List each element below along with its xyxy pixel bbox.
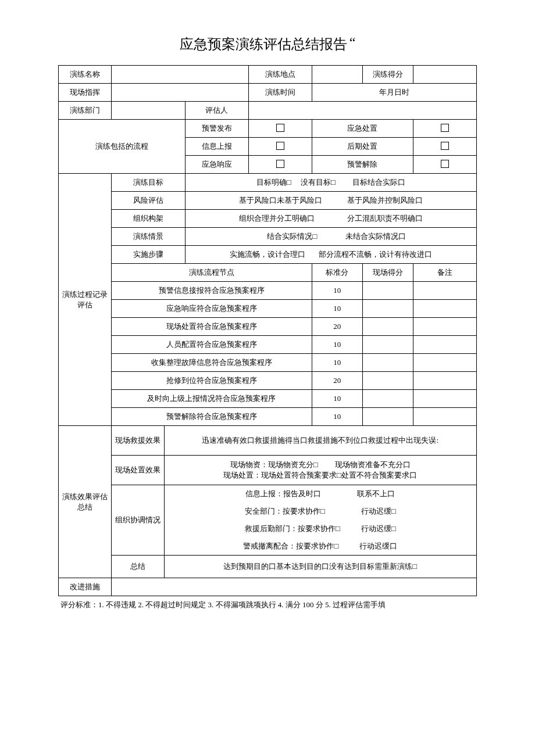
node-remark-0[interactable] (413, 282, 477, 300)
node-name-4: 收集整理故障信息符合应急预案程序 (111, 354, 312, 372)
steps-label: 实施步骤 (111, 246, 185, 264)
flow-l-0: 预警发布 (185, 120, 248, 138)
dispose-text[interactable]: 现场物资：现场物资充分□ 现场物资准备不充分口 现场处置：现场处置符合预案要求□… (164, 456, 476, 485)
evaluator-value[interactable] (248, 102, 476, 120)
improve-row: 改进措施 (59, 578, 477, 596)
criteria-steps: 实施步骤 实施流畅，设计合理口 部分流程不流畅，设计有待改进口 (59, 246, 477, 264)
time-value[interactable]: 年月日时 (312, 84, 476, 102)
node-site-1[interactable] (362, 300, 413, 318)
flow-r-1: 后期处置 (312, 138, 413, 156)
risk-a: 基于风险口未基于风险口 (239, 196, 322, 205)
node-score-0: 10 (312, 282, 362, 300)
node-header: 演练流程节点 标准分 现场得分 备注 (59, 264, 477, 282)
commander-value[interactable] (111, 84, 248, 102)
checkbox-icon (276, 124, 284, 132)
node-col-name: 演练流程节点 (111, 264, 312, 282)
flow-l-2: 应急响应 (185, 156, 248, 174)
checkbox-icon (441, 160, 449, 168)
node-remark-2[interactable] (413, 318, 477, 336)
checkbox-icon (441, 142, 449, 150)
header-row-2: 现场指挥 演练时间 年月日时 (59, 84, 477, 102)
summary-label: 总结 (111, 556, 164, 578)
node-score-6: 10 (312, 390, 362, 408)
risk-label: 风险评估 (111, 192, 185, 210)
node-remark-7[interactable] (413, 408, 477, 426)
location-label: 演练地点 (248, 66, 312, 84)
coord-l3[interactable]: 救援后勤部门：按要求协作□ 行动迟缓□ (164, 520, 476, 538)
rescue-text[interactable]: 迅速准确有效口救援措施得当口救援措施不到位口救援过程中出现失误: (164, 426, 476, 456)
criteria-scene: 演练情景 结合实际情况□ 未结合实际情况口 (59, 228, 477, 246)
dept-value[interactable] (111, 102, 185, 120)
flow-r-0: 应急处置 (312, 120, 413, 138)
coord-l4[interactable]: 警戒撤离配合：按要求协作□ 行动迟缓口 (164, 538, 476, 556)
node-site-0[interactable] (362, 282, 413, 300)
goal-options[interactable]: 目标明确□ 没有目标□ 目标结合实际口 (185, 174, 476, 192)
flow-cb-l-0[interactable] (248, 120, 312, 138)
org-options[interactable]: 组织合理并分工明确口 分工混乱职责不明确口 (185, 210, 476, 228)
process-section-label: 演练过程记录评估 (59, 174, 112, 426)
flow-row-1: 演练包括的流程 预警发布 应急处置 (59, 120, 477, 138)
risk-options[interactable]: 基于风险口未基于风险口 基于风险并控制风险口 (185, 192, 476, 210)
flow-cb-r-0[interactable] (413, 120, 477, 138)
coord-l4a: 警戒撤离配合：按要求协作□ (243, 542, 338, 550)
goal-b: 没有目标□ (301, 178, 336, 187)
node-score-2: 20 (312, 318, 362, 336)
footnote: 评分标准：1. 不得违规 2. 不得超过时间规定 3. 不得漏项跳项执行 4. … (58, 600, 477, 610)
node-row-1: 应急响应符合应急预案程序 10 (59, 300, 477, 318)
coord-l1[interactable]: 信息上报：报告及时口 联系不上口 (164, 485, 476, 503)
steps-a: 实施流畅，设计合理口 (230, 250, 305, 259)
effect-rescue: 演练效果评估总结 现场救援效果 迅速准确有效口救援措施得当口救援措施不到位口救援… (59, 426, 477, 456)
node-col-site: 现场得分 (362, 264, 413, 282)
node-site-5[interactable] (362, 372, 413, 390)
location-value[interactable] (312, 66, 362, 84)
node-row-6: 及时向上级上报情况符合应急预案程序 10 (59, 390, 477, 408)
node-remark-5[interactable] (413, 372, 477, 390)
coord-l2[interactable]: 安全部门：按要求协作□ 行动迟缓□ (164, 503, 476, 520)
node-score-7: 10 (312, 408, 362, 426)
effect-summary: 总结 达到预期目的口基本达到目的口没有达到目标需重新演练□ (59, 556, 477, 578)
org-a: 组织合理并分工明确口 (239, 214, 315, 223)
criteria-risk: 风险评估 基于风险口未基于风险口 基于风险并控制风险口 (59, 192, 477, 210)
scene-options[interactable]: 结合实际情况□ 未结合实际情况口 (185, 228, 476, 246)
summary-text[interactable]: 达到预期目的口基本达到目的口没有达到目标需重新演练□ (164, 556, 476, 578)
steps-options[interactable]: 实施流畅，设计合理口 部分流程不流畅，设计有待改进口 (185, 246, 476, 264)
node-col-remark: 备注 (413, 264, 477, 282)
flow-cb-r-1[interactable] (413, 138, 477, 156)
node-remark-6[interactable] (413, 390, 477, 408)
score-value[interactable] (413, 66, 477, 84)
coord-l1a: 信息上报：报告及时口 (245, 489, 321, 498)
node-score-3: 10 (312, 336, 362, 354)
node-remark-3[interactable] (413, 336, 477, 354)
coord-label: 组织协调情况 (111, 485, 164, 556)
rescue-label: 现场救援效果 (111, 426, 164, 456)
flow-cb-l-2[interactable] (248, 156, 312, 174)
node-remark-1[interactable] (413, 300, 477, 318)
node-site-3[interactable] (362, 336, 413, 354)
commander-label: 现场指挥 (59, 84, 112, 102)
title-text: 应急预案演练评估总结报告 (180, 37, 347, 52)
node-site-4[interactable] (362, 354, 413, 372)
node-site-7[interactable] (362, 408, 413, 426)
improve-label: 改进措施 (59, 578, 112, 596)
risk-b: 基于风险并控制风险口 (347, 196, 423, 205)
improve-value[interactable] (111, 578, 476, 596)
node-site-6[interactable] (362, 390, 413, 408)
goal-label: 演练目标 (111, 174, 185, 192)
node-row-3: 人员配置符合应急预案程序 10 (59, 336, 477, 354)
steps-b: 部分流程不流畅，设计有待改进口 (319, 250, 432, 259)
report-table: 演练名称 演练地点 演练得分 现场指挥 演练时间 年月日时 演练部门 评估人 演… (58, 65, 477, 596)
scene-label: 演练情景 (111, 228, 185, 246)
flow-cb-r-2[interactable] (413, 156, 477, 174)
header-row-3: 演练部门 评估人 (59, 102, 477, 120)
dispose-l2: 现场处置：现场处置符合预案要求□处置不符合预案要求口 (223, 471, 417, 479)
dispose-l1a: 现场物资：现场物资充分□ (230, 460, 318, 469)
node-name-3: 人员配置符合应急预案程序 (111, 336, 312, 354)
node-remark-4[interactable] (413, 354, 477, 372)
effect-coord-1: 组织协调情况 信息上报：报告及时口 联系不上口 (59, 485, 477, 503)
node-name-2: 现场处置符合应急预案程序 (111, 318, 312, 336)
name-value[interactable] (111, 66, 248, 84)
dispose-label: 现场处置效果 (111, 456, 164, 485)
effect-dispose: 现场处置效果 现场物资：现场物资充分□ 现场物资准备不充分口 现场处置：现场处置… (59, 456, 477, 485)
node-site-2[interactable] (362, 318, 413, 336)
flow-cb-l-1[interactable] (248, 138, 312, 156)
